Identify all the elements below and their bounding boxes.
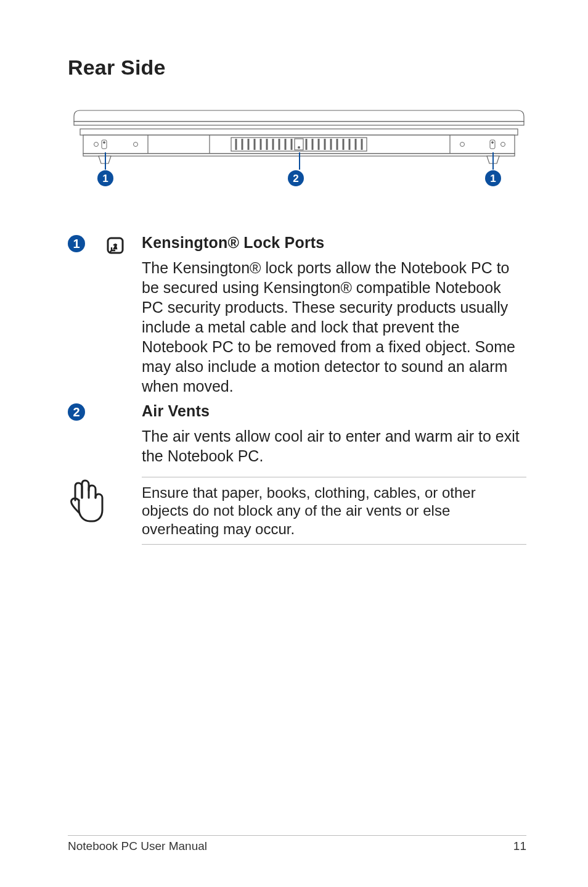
warning-note: Ensure that paper, books, clothing, cabl… [68,477,526,545]
footer-divider [68,835,526,836]
item-2-heading: Air Vents [142,402,526,420]
svg-text:1: 1 [490,173,496,184]
item-2-body: The air vents allow cool air to enter an… [142,426,526,466]
svg-text:1: 1 [102,173,108,184]
page-footer: Notebook PC User Manual 11 [68,835,526,853]
svg-point-37 [298,146,300,149]
hand-icon [68,477,142,525]
empty-icon [105,402,142,403]
badge-2: 2 [68,403,85,421]
footer-left: Notebook PC User Manual [68,840,207,853]
page: Rear Side [0,0,588,887]
item-1-body: The Kensington® lock ports allow the Not… [142,258,526,396]
svg-point-10 [492,142,494,144]
callout-number-2: 2 [68,402,105,421]
item-2: 2 Air Vents The air vents allow cool air… [68,402,526,466]
item-1: 1 Kensington® Lock Ports The Kensington®… [68,234,526,396]
svg-rect-1 [80,129,518,135]
lock-icon [105,234,142,256]
svg-point-8 [460,142,465,147]
svg-rect-0 [74,122,524,125]
svg-point-11 [501,142,505,147]
page-title: Rear Side [68,56,526,80]
svg-point-6 [104,142,105,144]
divider [142,544,526,545]
svg-point-4 [94,142,99,147]
badge-1: 1 [68,235,85,252]
callout-number-1: 1 [68,234,105,252]
svg-point-7 [134,142,138,147]
footer-page-number: 11 [513,840,526,853]
svg-text:2: 2 [293,173,298,184]
item-1-heading: Kensington® Lock Ports [142,234,526,252]
rear-diagram: 121 [68,104,526,197]
warning-text: Ensure that paper, books, clothing, cabl… [142,477,526,544]
